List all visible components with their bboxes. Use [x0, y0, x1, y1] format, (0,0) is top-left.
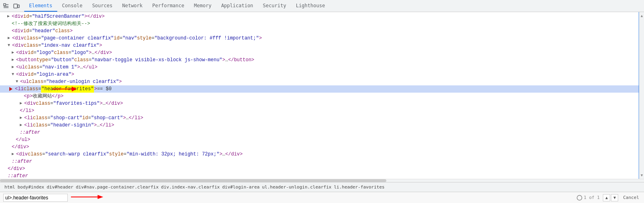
dom-line[interactable]: ::after: [0, 129, 639, 136]
dom-line[interactable]: ▼ <div id="login-area">: [0, 71, 639, 78]
tab-network[interactable]: Network: [117, 0, 148, 12]
search-status: 1 of 1: [577, 195, 600, 201]
scroll-thumb[interactable]: [0, 179, 386, 182]
error-circle-icon: [577, 195, 582, 201]
tab-memory[interactable]: Memory: [189, 0, 216, 12]
search-next-btn[interactable]: ▼: [611, 194, 618, 201]
toggle-icon[interactable]: ▶: [20, 114, 24, 122]
dom-line[interactable]: ▶ <li class="header-signin">…</li>: [0, 122, 639, 129]
svg-marker-6: [9, 87, 13, 91]
breadcrumb-ulheaderunlogin[interactable]: ul.header-unlogin.clearfix: [261, 184, 333, 190]
svg-marker-8: [72, 87, 77, 91]
breadcrumb-divnav[interactable]: div#nav.page-container.clearfix: [75, 184, 160, 190]
dom-line[interactable]: ▶ <div class="favorites-tips">…</div>: [0, 100, 639, 107]
search-bar: 1 of 1 ▲ ▼ Cancel: [0, 192, 644, 203]
dom-line-highlighted[interactable]: <li class="header-favorites"> == $0: [0, 85, 639, 93]
search-arrow-svg: [71, 193, 103, 201]
dom-line[interactable]: ::after: [0, 172, 639, 179]
breadcrumb-divindexnav[interactable]: div.index-nav.clearfix: [160, 184, 221, 190]
breadcrumb-divheader[interactable]: div#header: [46, 184, 75, 190]
scroll-down-btn[interactable]: ▼: [641, 172, 643, 178]
dom-line[interactable]: <!--修改了搜索关键词结构相关-->: [0, 20, 639, 27]
dom-line[interactable]: ▶ <div class="search-warp clearfix" styl…: [0, 151, 639, 158]
svg-marker-10: [98, 195, 103, 199]
search-nav-buttons: ▲ ▼: [603, 194, 618, 201]
dom-line[interactable]: ▼ <div class="index-nav clearfix">: [0, 42, 639, 49]
dom-line[interactable]: ▶ <li class="shop-cart" id="shop-cart">……: [0, 114, 639, 122]
toggle-icon[interactable]: ▶: [20, 122, 24, 129]
dom-line[interactable]: ▶ <button type="button" class="navbar-to…: [0, 56, 639, 64]
toggle-icon[interactable]: ▼: [8, 42, 12, 49]
devtools-icon-group: [2, 2, 21, 10]
toggle-icon[interactable]: ▶: [12, 151, 16, 158]
dom-panel[interactable]: ▶ <div id="halfScreenBanner"></div> <!--…: [0, 12, 639, 179]
dom-line[interactable]: ::after: [0, 158, 639, 165]
dom-line[interactable]: ▼ <ul class="header-unlogin clearfix">: [0, 78, 639, 85]
dom-line[interactable]: ▶ <div id="logo" class="logo">…</div>: [0, 49, 639, 56]
dom-line[interactable]: </div>: [0, 165, 639, 172]
toggle-icon[interactable]: ▶: [12, 49, 16, 56]
search-cancel-btn[interactable]: Cancel: [621, 195, 641, 200]
dom-line[interactable]: ▶ <ul class="nav-item 1">…</ul>: [0, 64, 639, 71]
tab-console[interactable]: Console: [57, 0, 88, 12]
main-area: ▶ <div id="halfScreenBanner"></div> <!--…: [0, 12, 644, 179]
svg-rect-5: [18, 5, 19, 8]
red-arrow-indicator: [52, 85, 77, 96]
toggle-icon[interactable]: ▶: [7, 13, 11, 20]
right-scrollbar[interactable]: ▲ ▼: [639, 12, 644, 179]
tab-security[interactable]: Security: [258, 0, 291, 12]
search-input[interactable]: [3, 194, 68, 202]
dom-line[interactable]: <div id="header" class>: [0, 27, 639, 35]
dom-line[interactable]: </div>: [0, 143, 639, 151]
tab-lighthouse[interactable]: Lighthouse: [291, 0, 330, 12]
devtools-toolbar: Elements Console Sources Network Perform…: [0, 0, 644, 12]
search-prev-btn[interactable]: ▲: [603, 194, 610, 201]
scroll-indicator: [638, 12, 639, 179]
search-result-count: 1 of 1: [584, 195, 600, 200]
scroll-up-btn[interactable]: ▲: [641, 13, 643, 19]
tab-application[interactable]: Application: [216, 0, 258, 12]
toggle-icon[interactable]: ▼: [12, 71, 16, 78]
device-icon[interactable]: [12, 2, 21, 10]
svg-point-11: [577, 195, 582, 200]
svg-rect-0: [4, 4, 6, 6]
dom-line[interactable]: ▶ <div id="halfScreenBanner"></div>: [0, 13, 639, 20]
svg-rect-4: [14, 4, 17, 8]
toggle-icon[interactable]: ▶: [12, 56, 16, 64]
dom-line[interactable]: </ul>: [0, 136, 639, 143]
expand-arrow-icon: [8, 86, 14, 92]
breadcrumb-bar: html body#index div#header div#nav.page-…: [0, 182, 644, 192]
dom-line[interactable]: </li>: [0, 107, 639, 114]
devtools-tabs: Elements Console Sources Network Perform…: [24, 0, 330, 12]
toggle-icon[interactable]: ▶: [8, 35, 12, 42]
dom-line[interactable]: <p>收藏网站</p>: [0, 93, 639, 100]
toggle-icon[interactable]: ▶: [20, 100, 24, 107]
breadcrumb-body[interactable]: body#index: [17, 184, 46, 190]
toggle-icon[interactable]: ▼: [16, 78, 20, 85]
toggle-icon[interactable]: ▶: [12, 64, 16, 71]
tab-sources[interactable]: Sources: [87, 0, 117, 12]
tab-performance[interactable]: Performance: [148, 0, 189, 12]
horizontal-scrollbar[interactable]: [0, 179, 644, 182]
breadcrumb-html[interactable]: html: [3, 184, 17, 190]
breadcrumb-divloginarea[interactable]: div#login-area: [221, 184, 261, 190]
inspect-icon[interactable]: [2, 2, 10, 10]
search-red-arrow-icon: [71, 193, 103, 202]
dom-line[interactable]: ▶ <div class="page-container clearfix" i…: [0, 35, 639, 42]
tab-elements[interactable]: Elements: [24, 0, 57, 12]
breadcrumb-liheaderfavorites[interactable]: li.header-favorites: [333, 184, 386, 190]
